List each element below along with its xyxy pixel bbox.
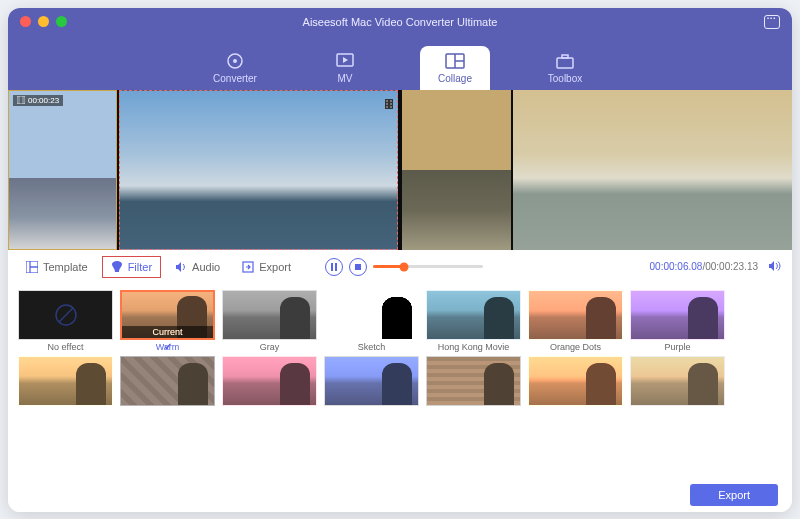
no-effect-icon bbox=[53, 302, 79, 328]
filter-sketch[interactable]: Sketch bbox=[324, 290, 419, 352]
preview-output-clip-2 bbox=[513, 90, 792, 250]
titlebar: Aiseesoft Mac Video Converter Ultimate bbox=[8, 8, 792, 36]
tool-tab-template-label: Template bbox=[43, 261, 88, 273]
svg-point-16 bbox=[386, 106, 388, 108]
tool-tab-audio[interactable]: Audio bbox=[167, 257, 228, 277]
svg-point-17 bbox=[390, 106, 392, 108]
tool-tab-filter[interactable]: Filter bbox=[102, 256, 161, 278]
svg-rect-7 bbox=[562, 55, 568, 58]
toolbox-icon bbox=[554, 52, 576, 70]
bottom-bar: Export bbox=[8, 478, 792, 512]
svg-rect-8 bbox=[17, 96, 25, 104]
preview-clip-2[interactable] bbox=[119, 90, 398, 250]
filter-row-1: No effect Current ✔ Warm Gray bbox=[18, 290, 782, 352]
svg-point-12 bbox=[386, 100, 388, 102]
template-icon bbox=[26, 261, 38, 273]
collage-icon bbox=[444, 52, 466, 70]
tool-tab-export[interactable]: Export bbox=[234, 257, 299, 277]
export-button[interactable]: Export bbox=[690, 484, 778, 506]
svg-rect-22 bbox=[331, 263, 333, 271]
filter-warm[interactable]: Current ✔ Warm bbox=[120, 290, 215, 352]
filter-sketch-label: Sketch bbox=[358, 342, 386, 352]
tab-toolbox-label: Toolbox bbox=[548, 73, 582, 84]
volume-icon bbox=[768, 260, 782, 272]
mv-icon bbox=[334, 52, 356, 70]
tab-converter[interactable]: Converter bbox=[200, 52, 270, 90]
tool-tab-template[interactable]: Template bbox=[18, 257, 96, 277]
svg-point-14 bbox=[386, 103, 388, 105]
filter-icon bbox=[111, 261, 123, 273]
filter-hkmovie[interactable]: Hong Kong Movie bbox=[426, 290, 521, 352]
preview-pane-right bbox=[402, 90, 792, 250]
preview-output-clip-1 bbox=[402, 90, 511, 250]
feedback-icon[interactable] bbox=[764, 15, 780, 29]
tool-tab-audio-label: Audio bbox=[192, 261, 220, 273]
filter-orangedots[interactable]: Orange Dots bbox=[528, 290, 623, 352]
tab-mv[interactable]: MV bbox=[310, 52, 380, 90]
tab-mv-label: MV bbox=[338, 73, 353, 84]
svg-line-26 bbox=[59, 308, 73, 322]
tool-tab-filter-label: Filter bbox=[128, 261, 152, 273]
filter-purple-thumb bbox=[630, 290, 725, 340]
tab-collage[interactable]: Collage bbox=[420, 46, 490, 90]
tab-collage-label: Collage bbox=[438, 73, 472, 84]
tab-toolbox[interactable]: Toolbox bbox=[530, 52, 600, 90]
tab-converter-label: Converter bbox=[213, 73, 257, 84]
filter-noeffect-thumb bbox=[18, 290, 113, 340]
audio-icon bbox=[175, 261, 187, 273]
filter-row2-2[interactable] bbox=[120, 356, 215, 406]
filter-row2-3[interactable] bbox=[222, 356, 317, 406]
preview-clip-1[interactable]: 00:00:23 bbox=[8, 90, 117, 250]
filter-warm-thumb: Current bbox=[120, 290, 215, 340]
time-total: 00:00:23.13 bbox=[705, 261, 758, 272]
filter-orangedots-thumb bbox=[528, 290, 623, 340]
clip-timestamp-badge: 00:00:23 bbox=[13, 95, 63, 106]
filter-warm-label: Warm bbox=[156, 342, 180, 352]
app-title: Aiseesoft Mac Video Converter Ultimate bbox=[8, 16, 792, 28]
tool-tab-export-label: Export bbox=[259, 261, 291, 273]
filter-noeffect-label: No effect bbox=[48, 342, 84, 352]
preview-pane-left[interactable]: 00:00:23 bbox=[8, 90, 398, 250]
volume-button[interactable] bbox=[768, 260, 782, 274]
filter-hkmovie-thumb bbox=[426, 290, 521, 340]
main-tab-bar: Converter MV Collage Toolbox bbox=[8, 36, 792, 90]
filter-sketch-thumb bbox=[324, 290, 419, 340]
filter-gallery: No effect Current ✔ Warm Gray bbox=[8, 284, 792, 478]
filter-gray[interactable]: Gray bbox=[222, 290, 317, 352]
filter-row-2 bbox=[18, 356, 782, 406]
stop-icon bbox=[354, 263, 362, 271]
drag-handle-icon[interactable] bbox=[385, 95, 393, 105]
current-badge: Current bbox=[122, 326, 213, 338]
app-window: Aiseesoft Mac Video Converter Ultimate C… bbox=[8, 8, 792, 512]
stop-button[interactable] bbox=[349, 258, 367, 276]
filter-gray-label: Gray bbox=[260, 342, 280, 352]
collage-preview: 00:00:23 bbox=[8, 90, 792, 250]
slider-thumb[interactable] bbox=[399, 262, 408, 271]
svg-rect-23 bbox=[335, 263, 337, 271]
converter-icon bbox=[224, 52, 246, 70]
playback-time: 00:00:06.08/00:00:23.13 bbox=[650, 261, 758, 272]
filter-noeffect[interactable]: No effect bbox=[18, 290, 113, 352]
svg-point-13 bbox=[390, 100, 392, 102]
filter-row2-4[interactable] bbox=[324, 356, 419, 406]
svg-rect-6 bbox=[557, 58, 573, 68]
time-current: 00:00:06.08 bbox=[650, 261, 703, 272]
playback-slider[interactable] bbox=[373, 265, 483, 268]
filter-purple-label: Purple bbox=[664, 342, 690, 352]
filter-orangedots-label: Orange Dots bbox=[550, 342, 601, 352]
svg-point-1 bbox=[233, 59, 237, 63]
svg-rect-24 bbox=[355, 264, 361, 270]
filter-purple[interactable]: Purple bbox=[630, 290, 725, 352]
pause-icon bbox=[330, 263, 338, 271]
filter-row2-1[interactable] bbox=[18, 356, 113, 406]
tool-bar: Template Filter Audio Export bbox=[8, 250, 792, 284]
filter-row2-6[interactable] bbox=[528, 356, 623, 406]
filter-gray-thumb bbox=[222, 290, 317, 340]
playback-controls bbox=[325, 258, 483, 276]
pause-button[interactable] bbox=[325, 258, 343, 276]
filter-row2-5[interactable] bbox=[426, 356, 521, 406]
filter-row2-7[interactable] bbox=[630, 356, 725, 406]
filter-hkmovie-label: Hong Kong Movie bbox=[438, 342, 510, 352]
export-icon bbox=[242, 261, 254, 273]
film-icon bbox=[17, 96, 25, 104]
